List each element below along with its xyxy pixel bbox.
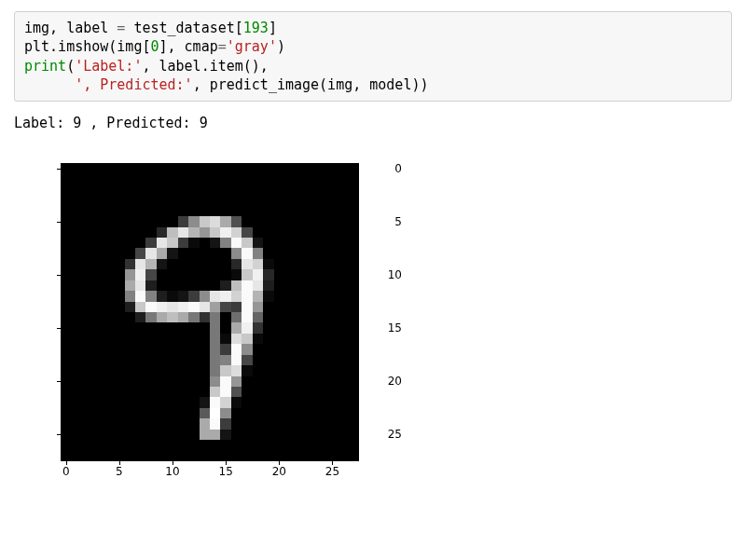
x-tick-label: 25 [325, 465, 339, 478]
x-tick-label: 15 [219, 465, 233, 478]
y-tick-label: 0 [365, 162, 402, 175]
code-cell[interactable]: img, label = test_dataset[193] plt.imsho… [14, 11, 732, 102]
code-text: plt.imshow(img[ [24, 38, 150, 55]
y-tick-label: 15 [365, 321, 402, 335]
code-builtin: print [24, 58, 66, 75]
heatmap-plot [61, 163, 359, 461]
heatmap-canvas [61, 163, 359, 461]
code-number: 0 [150, 38, 159, 55]
code-text: test_dataset[ [125, 20, 242, 36]
code-number: 193 [243, 20, 269, 36]
x-tick-label: 0 [62, 465, 70, 478]
x-tick-mark [279, 461, 280, 465]
notebook-page: { "code": { "l1_pre": "img, label ", "l1… [0, 0, 746, 560]
code-text: ], cmap [159, 38, 218, 55]
x-tick-label: 10 [165, 465, 179, 478]
code-op: = [218, 38, 227, 55]
code-string: ', Predicted:' [75, 76, 192, 93]
x-tick-mark [332, 461, 333, 465]
code-text: , predict_image(img, model)) [193, 76, 429, 93]
y-tick-label: 25 [365, 428, 402, 441]
y-tick-label: 10 [365, 268, 402, 281]
x-tick-mark [66, 461, 67, 465]
plot-axes: 0510152025 [61, 163, 359, 461]
x-tick-mark [119, 461, 120, 465]
code-text: ) [277, 38, 285, 55]
code-text: ( [66, 58, 75, 75]
code-text: , label.item(), [142, 58, 268, 75]
x-tick-label: 5 [116, 465, 123, 478]
y-tick-label: 5 [365, 215, 402, 228]
code-text [24, 76, 75, 93]
matplotlib-figure: 0510152025 0510152025 [14, 154, 406, 526]
code-string: 'gray' [227, 38, 277, 55]
x-tick-mark [226, 461, 227, 465]
output-text: Label: 9 , Predicted: 9 [14, 115, 732, 131]
code-string: 'Label:' [75, 58, 142, 75]
x-tick-mark [173, 461, 173, 465]
x-tick-label: 20 [272, 465, 286, 478]
code-text: img, label [24, 20, 117, 36]
code-text: ] [269, 20, 277, 36]
y-tick-label: 20 [365, 375, 402, 388]
